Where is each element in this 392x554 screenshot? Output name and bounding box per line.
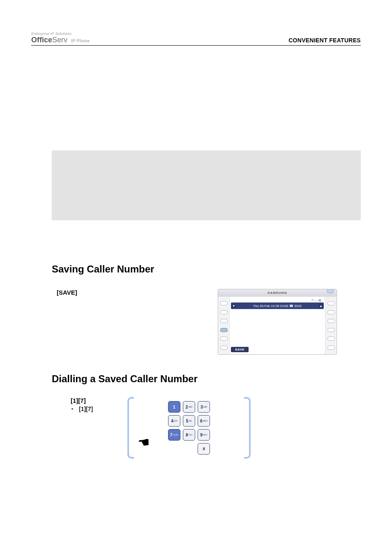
arrow-up-icon: ▲ bbox=[319, 304, 323, 308]
dial-instructions: [1][7] [1][7] bbox=[52, 397, 93, 412]
status-icon: ▦ bbox=[318, 299, 321, 302]
keypad-illustration: 1 2ABC 3DEF 4GHI 5JKL 6MNO 7PQRS 8TUV 9W… bbox=[127, 397, 251, 459]
page-header: Enterprise IP Solutions OfficeServ IP Ph… bbox=[31, 32, 361, 46]
key-num: 3 bbox=[201, 405, 203, 409]
key-2: 2ABC bbox=[183, 401, 195, 413]
side-button bbox=[220, 319, 228, 323]
page: Enterprise IP Solutions OfficeServ IP Ph… bbox=[0, 0, 392, 554]
feature-callout-box bbox=[52, 150, 361, 220]
heading-dialling-saved-number: Dialling a Saved Caller Number bbox=[52, 373, 361, 385]
key-num: 2 bbox=[186, 405, 188, 409]
side-button bbox=[327, 319, 335, 323]
key-sub: TUV bbox=[189, 434, 193, 436]
phone-title-bar: ▼ Thu 20-Feb 12:28 01/02 ☎ 3222 ▲ bbox=[231, 302, 324, 309]
softkey-row: SAVE bbox=[231, 347, 324, 352]
header-section-title: CONVENIENT FEATURES bbox=[288, 37, 361, 44]
phone-notch-icon bbox=[327, 289, 334, 293]
phone-body: ⟳ ☺ ▦ ▼ Thu 20-Feb 12:28 01/02 ☎ 3222 ▲ … bbox=[218, 297, 337, 354]
hand-pointer-icon: ☚ bbox=[137, 434, 151, 451]
logo-serv: Serv bbox=[52, 36, 67, 44]
key-num: 1 bbox=[173, 405, 175, 409]
right-side-buttons bbox=[325, 297, 337, 354]
side-button bbox=[220, 310, 228, 314]
left-side-buttons bbox=[218, 297, 230, 354]
section-dialling-saved-number: Dialling a Saved Caller Number [1][7] [1… bbox=[52, 373, 361, 459]
key-num: 6 bbox=[200, 419, 203, 423]
logo-block: Enterprise IP Solutions OfficeServ IP Ph… bbox=[31, 32, 90, 44]
logo-main: OfficeServ IP Phone bbox=[31, 36, 90, 44]
left-bracket-icon bbox=[127, 397, 134, 459]
heading-saving-caller-number: Saving Caller Number bbox=[52, 263, 361, 275]
softkey-save: SAVE bbox=[231, 347, 249, 352]
key-7: 7PQRS bbox=[168, 429, 180, 441]
save-row: [SAVE] SAMSUNG bbox=[52, 289, 361, 355]
key-9: 9WXY bbox=[198, 429, 210, 441]
status-icon: ⟳ bbox=[311, 299, 314, 302]
key-3: 3DEF bbox=[198, 401, 210, 413]
dial-row: [1][7] [1][7] 1 2ABC 3DEF 4GHI 5JKL 6MNO bbox=[52, 397, 361, 459]
phone-illustration: SAMSUNG bbox=[218, 289, 337, 355]
key-sub: GHI bbox=[174, 420, 178, 422]
phone-illustration-container: SAMSUNG bbox=[218, 289, 361, 355]
status-icon-row: ⟳ ☺ ▦ bbox=[231, 298, 324, 302]
side-button-active bbox=[220, 328, 228, 332]
save-softkey-label: [SAVE] bbox=[52, 289, 208, 296]
key-sub: ABC bbox=[188, 406, 192, 408]
key-sub: MNO bbox=[203, 420, 208, 422]
key-num: 7 bbox=[170, 433, 173, 437]
keys-grid: 1 2ABC 3DEF 4GHI 5JKL 6MNO 7PQRS 8TUV 9W… bbox=[168, 401, 210, 455]
section-saving-caller-number: Saving Caller Number [SAVE] SAMSUNG bbox=[52, 263, 361, 355]
side-button bbox=[327, 328, 335, 332]
key-num: # bbox=[203, 447, 205, 451]
logo-strong: Office bbox=[31, 36, 52, 44]
dial-keys-label: [1][7] bbox=[71, 397, 93, 404]
key-8: 8TUV bbox=[183, 429, 195, 441]
side-button bbox=[327, 301, 335, 305]
logo-subtitle: IP Phone bbox=[71, 39, 90, 43]
key-4: 4GHI bbox=[168, 415, 180, 427]
phone-title-text: Thu 20-Feb 12:28 01/02 ☎ 3222 bbox=[236, 304, 319, 308]
key-sub: PQRS bbox=[173, 434, 178, 436]
side-button bbox=[220, 346, 228, 350]
key-1: 1 bbox=[168, 401, 180, 413]
dial-substep-text: [1][7] bbox=[79, 406, 93, 412]
key-num: 5 bbox=[186, 419, 189, 423]
right-bracket-icon bbox=[244, 397, 251, 459]
arrow-down-icon: ▼ bbox=[232, 304, 236, 308]
side-button bbox=[327, 346, 335, 350]
side-button bbox=[220, 337, 228, 341]
keypad: 1 2ABC 3DEF 4GHI 5JKL 6MNO 7PQRS 8TUV 9W… bbox=[137, 401, 241, 455]
dial-substep: [1][7] bbox=[71, 406, 93, 412]
bullet-dot-icon bbox=[71, 408, 73, 410]
logo-tagline: Enterprise IP Solutions bbox=[31, 32, 90, 36]
key-6: 6MNO bbox=[198, 415, 210, 427]
key-hash: # bbox=[198, 443, 210, 455]
phone-screen: ⟳ ☺ ▦ ▼ Thu 20-Feb 12:28 01/02 ☎ 3222 ▲ … bbox=[230, 297, 325, 354]
side-button bbox=[220, 301, 228, 305]
phone-brand-bar: SAMSUNG bbox=[218, 289, 337, 297]
key-sub: JKL bbox=[189, 420, 192, 422]
key-num: 4 bbox=[171, 419, 174, 423]
key-sub: DEF bbox=[203, 406, 208, 408]
side-button bbox=[327, 337, 335, 341]
key-5: 5JKL bbox=[183, 415, 195, 427]
side-button bbox=[327, 310, 335, 314]
status-icon: ☺ bbox=[315, 299, 318, 302]
key-num: 8 bbox=[186, 433, 188, 437]
key-num: 9 bbox=[200, 433, 203, 437]
phone-brand-text: SAMSUNG bbox=[267, 291, 287, 295]
key-sub: WXY bbox=[203, 434, 208, 436]
